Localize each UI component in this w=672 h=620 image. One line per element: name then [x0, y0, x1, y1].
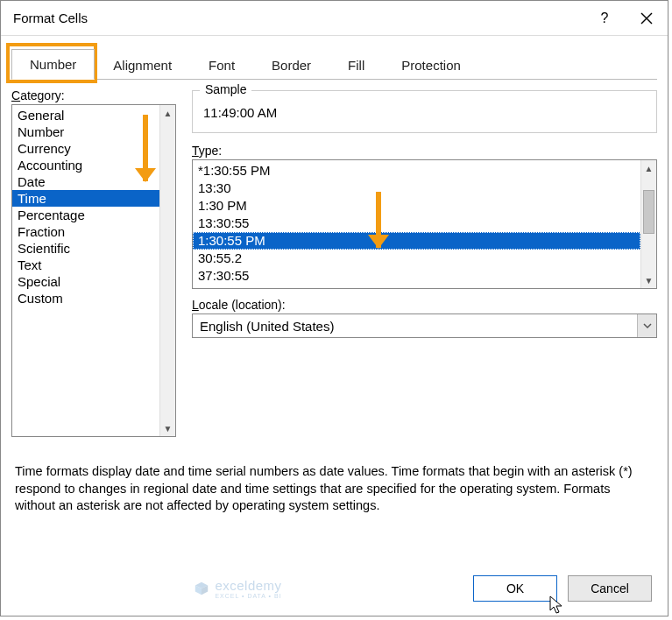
locale-label-rest: ocale (location):: [199, 298, 286, 312]
tab-protection[interactable]: Protection: [383, 50, 479, 80]
tab-number[interactable]: Number: [11, 49, 95, 80]
category-scrollbar[interactable]: ▲ ▼: [159, 105, 175, 436]
close-button[interactable]: [626, 1, 668, 36]
scrollbar-thumb[interactable]: [643, 190, 654, 234]
svg-marker-2: [195, 582, 208, 588]
svg-marker-3: [195, 585, 202, 595]
category-item[interactable]: Text: [12, 257, 159, 273]
scroll-up-icon[interactable]: ▲: [160, 105, 175, 121]
category-item[interactable]: Scientific: [12, 240, 159, 257]
watermark-sub: EXCEL • DATA • BI: [215, 593, 281, 599]
locale-label: Locale (location):: [192, 298, 657, 312]
type-item[interactable]: 30:55.2: [193, 250, 640, 267]
category-item[interactable]: Number: [12, 123, 159, 140]
type-label-rest: ype:: [199, 144, 222, 158]
locale-value: English (United States): [193, 319, 637, 334]
type-item[interactable]: 1:30 PM: [193, 197, 640, 215]
tab-alignment[interactable]: Alignment: [95, 50, 190, 80]
dialog-body: Category: General Number Currency Accoun…: [1, 80, 668, 563]
columns: Category: General Number Currency Accoun…: [11, 88, 657, 437]
dialog-footer: exceldemy EXCEL • DATA • BI OK Cancel: [1, 563, 668, 616]
tab-font[interactable]: Font: [190, 50, 253, 80]
type-label: Type:: [192, 144, 657, 158]
category-label: Category:: [11, 88, 176, 102]
type-item[interactable]: *1:30:55 PM: [193, 162, 640, 180]
type-item[interactable]: 13:30: [193, 180, 640, 197]
watermark-brand: exceldemy: [215, 578, 281, 593]
right-panel: Sample 11:49:00 AM Type: *1:30:55 PM 13:…: [192, 88, 657, 437]
locale-select[interactable]: English (United States): [192, 314, 657, 338]
category-listbox[interactable]: General Number Currency Accounting Date …: [11, 104, 176, 437]
scroll-down-icon[interactable]: ▼: [641, 272, 656, 288]
tab-border[interactable]: Border: [253, 50, 329, 80]
category-item[interactable]: Custom: [12, 290, 159, 306]
category-item[interactable]: General: [12, 107, 159, 123]
category-item[interactable]: Currency: [12, 140, 159, 157]
sample-group: Sample 11:49:00 AM: [192, 90, 657, 133]
category-item[interactable]: Percentage: [12, 207, 159, 223]
window-title: Format Cells: [13, 11, 584, 25]
help-button[interactable]: [584, 1, 626, 36]
type-listbox[interactable]: *1:30:55 PM 13:30 1:30 PM 13:30:55 1:30:…: [192, 159, 657, 289]
type-list-inner: *1:30:55 PM 13:30 1:30 PM 13:30:55 1:30:…: [193, 160, 640, 288]
category-panel: Category: General Number Currency Accoun…: [11, 88, 176, 437]
sample-group-title: Sample: [200, 82, 251, 96]
locale-dropdown-button[interactable]: [637, 314, 656, 337]
type-scrollbar[interactable]: ▲ ▼: [640, 160, 656, 288]
category-label-hotkey: C: [11, 88, 20, 102]
titlebar: Format Cells: [1, 1, 668, 36]
type-label-hotkey: T: [192, 144, 199, 158]
category-item[interactable]: Special: [12, 273, 159, 290]
format-cells-dialog: Format Cells Number Alignment Font Borde…: [0, 0, 668, 616]
locale-label-hotkey: L: [192, 298, 199, 312]
cube-icon: [194, 581, 209, 596]
watermark-logo: exceldemy EXCEL • DATA • BI: [13, 578, 463, 599]
chevron-down-icon: [643, 321, 652, 330]
type-item[interactable]: 37:30:55: [193, 267, 640, 285]
svg-marker-4: [202, 585, 208, 595]
close-icon: [640, 12, 653, 25]
category-label-rest: ategory:: [20, 88, 65, 102]
scroll-up-icon[interactable]: ▲: [641, 160, 656, 176]
description-text: Time formats display date and time seria…: [15, 463, 654, 515]
category-list-inner: General Number Currency Accounting Date …: [12, 105, 159, 436]
category-item[interactable]: Date: [12, 173, 159, 190]
tabstrip: Number Alignment Font Border Fill Protec…: [11, 48, 657, 80]
category-item[interactable]: Fraction: [12, 223, 159, 240]
category-item-selected[interactable]: Time: [12, 190, 159, 207]
type-item[interactable]: 13:30:55: [193, 215, 640, 232]
tab-fill[interactable]: Fill: [329, 50, 383, 80]
category-item[interactable]: Accounting: [12, 157, 159, 173]
type-item-selected[interactable]: 1:30:55 PM: [193, 232, 640, 250]
sample-value: 11:49:00 AM: [202, 102, 647, 123]
cancel-button[interactable]: Cancel: [568, 575, 652, 602]
scroll-down-icon[interactable]: ▼: [160, 420, 175, 436]
ok-button[interactable]: OK: [473, 575, 557, 602]
